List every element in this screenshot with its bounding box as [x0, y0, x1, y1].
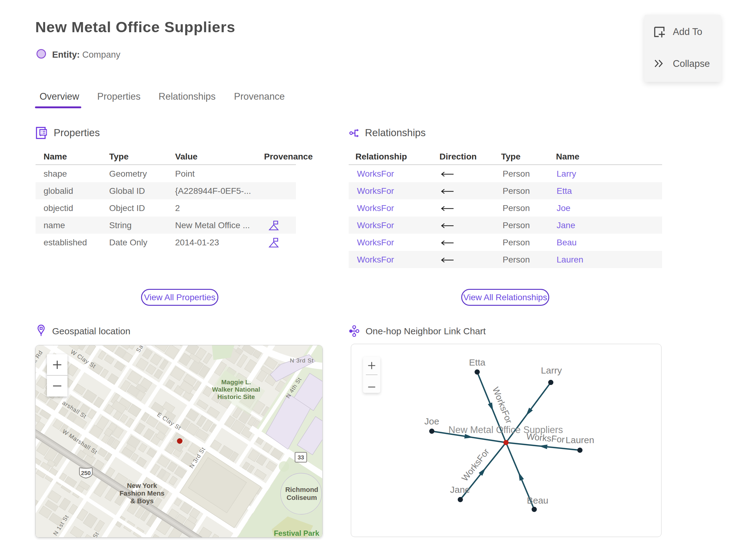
svg-text:WorksFor: WorksFor: [491, 385, 514, 425]
svg-text:WorksFor: WorksFor: [460, 447, 491, 483]
svg-text:Joe: Joe: [424, 416, 439, 426]
svg-text:Lauren: Lauren: [565, 435, 594, 445]
svg-text:Jane: Jane: [450, 485, 470, 495]
svg-text:Etta: Etta: [469, 357, 485, 367]
svg-text:33: 33: [297, 454, 304, 461]
svg-text:Coliseum: Coliseum: [286, 494, 317, 501]
svg-text:250: 250: [81, 470, 91, 476]
svg-text:Beau: Beau: [527, 495, 548, 505]
svg-text:& Boys: & Boys: [130, 497, 154, 505]
svg-text:Festival Park: Festival Park: [274, 529, 320, 537]
svg-text:Fashion Mens: Fashion Mens: [120, 489, 165, 497]
svg-text:New York: New York: [127, 482, 157, 489]
svg-text:Historic Site: Historic Site: [217, 393, 255, 400]
svg-text:Walker National: Walker National: [212, 386, 260, 393]
svg-text:Larry: Larry: [541, 365, 562, 375]
svg-text:Maggie L.: Maggie L.: [221, 378, 251, 385]
svg-text:N 3rd St: N 3rd St: [290, 357, 314, 364]
svg-text:Richmond: Richmond: [285, 486, 318, 493]
